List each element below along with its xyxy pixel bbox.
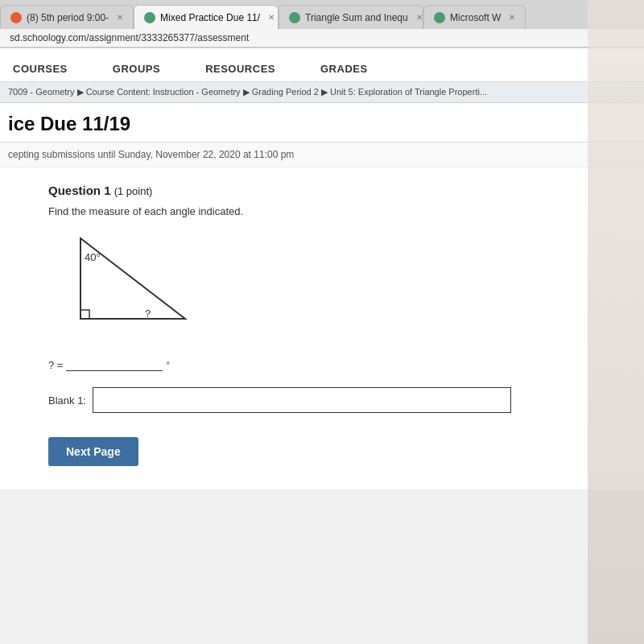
tab-4-icon: [434, 12, 445, 23]
tab-1-close[interactable]: ✕: [117, 13, 123, 22]
tab-3[interactable]: Triangle Sum and Inequ ✕: [279, 5, 423, 29]
tab-1[interactable]: (8) 5th period 9:00- ✕: [0, 5, 134, 29]
tab-3-icon: [289, 12, 300, 23]
tab-2-close[interactable]: ✕: [268, 13, 275, 22]
page-title: ice Due 11/19: [8, 113, 636, 135]
main-content: Question 1 (1 point) Find the measure of…: [0, 167, 644, 489]
right-angle-box: [80, 310, 89, 319]
nav-grades[interactable]: GRADES: [308, 56, 381, 81]
tab-2[interactable]: Mixed Practice Due 11/ ✕: [134, 5, 279, 29]
answer-line: ? = °: [48, 358, 596, 371]
submission-notice: cepting submissions until Sunday, Novemb…: [0, 142, 644, 167]
tab-bar: (8) 5th period 9:00- ✕ Mixed Practice Du…: [0, 0, 644, 29]
next-page-label: Next Page: [66, 445, 121, 458]
tab-2-label: Mixed Practice Due 11/: [160, 12, 260, 23]
answer-underline: [66, 358, 163, 371]
angle-40-label: 40°: [85, 251, 101, 263]
tab-4-close[interactable]: ✕: [509, 13, 515, 22]
breadcrumb-text: 7009 - Geometry ▶ Course Content: Instru…: [8, 87, 487, 97]
triangle-shape: [80, 238, 185, 319]
answer-prefix: ? =: [48, 359, 63, 371]
page-title-bar: ice Due 11/19: [0, 103, 644, 142]
nav-courses[interactable]: COURSES: [0, 56, 80, 81]
question-points: (1 point): [114, 185, 153, 197]
right-panel-decoration: [588, 0, 644, 644]
address-bar[interactable]: sd.schoology.com/assignment/3333265377/a…: [0, 29, 644, 47]
tab-4[interactable]: Microsoft W ✕: [423, 5, 526, 29]
unknown-angle-label: ?: [145, 308, 151, 320]
tab-3-label: Triangle Sum and Inequ: [305, 12, 408, 23]
question-instruction: Find the measure of each angle indicated…: [48, 205, 243, 217]
tab-3-close[interactable]: ✕: [416, 13, 423, 22]
page-title-text: ice Due 11/19: [8, 113, 130, 134]
tab-2-icon: [144, 12, 155, 23]
question-text: Find the measure of each angle indicated…: [48, 205, 596, 217]
next-page-button[interactable]: Next Page: [48, 437, 138, 466]
breadcrumb: 7009 - Geometry ▶ Course Content: Instru…: [0, 82, 644, 103]
nav-groups[interactable]: GROUPS: [100, 56, 173, 81]
question-number: Question 1: [48, 184, 111, 197]
browser-chrome: (8) 5th period 9:00- ✕ Mixed Practice Du…: [0, 0, 644, 48]
tab-4-label: Microsoft W: [450, 12, 501, 23]
degree-symbol: °: [166, 360, 169, 369]
blank-row: Blank 1:: [48, 387, 596, 413]
blank-1-input[interactable]: [93, 387, 511, 413]
triangle-figure: 40° ?: [48, 230, 596, 345]
question-header: Question 1 (1 point): [48, 184, 596, 197]
url-display: sd.schoology.com/assignment/3333265377/a…: [10, 32, 249, 43]
submission-text: cepting submissions until Sunday, Novemb…: [8, 149, 294, 160]
nav-resources[interactable]: RESOURCES: [192, 56, 288, 81]
triangle-svg: 40° ?: [56, 230, 201, 343]
tab-1-icon: [10, 12, 22, 23]
blank-label: Blank 1:: [48, 394, 86, 407]
tab-1-label: (8) 5th period 9:00-: [27, 12, 109, 23]
nav-bar: COURSES GROUPS RESOURCES GRADES: [0, 48, 644, 82]
